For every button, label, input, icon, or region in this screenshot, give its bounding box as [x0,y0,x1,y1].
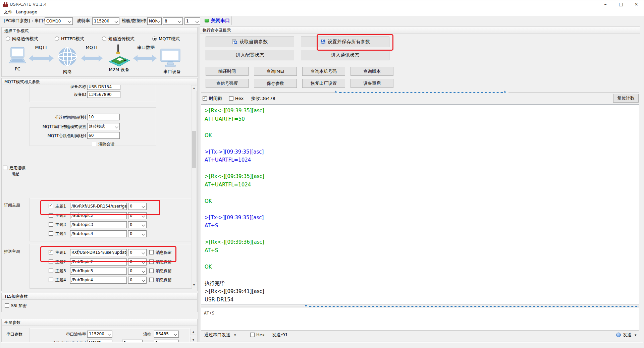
query-imei-button[interactable]: 查询IMEI [254,67,297,76]
sub-topic2-input[interactable]: /SubTopic2 [70,212,127,219]
tls-group: TLS加密参数 SSL加密 [1,293,198,312]
sub-topic2-checkbox[interactable] [49,213,53,218]
query-signal-button[interactable]: 查信号强度 [206,79,249,88]
timestamp-checkbox[interactable] [203,96,207,101]
pub-topic2-retain-checkbox[interactable] [149,259,154,264]
query-version-button[interactable]: 查询版本 [351,67,393,76]
pub-topic1-checkbox[interactable] [49,250,53,254]
workmode-title: 选择工作模式 [2,27,197,34]
send-input-area[interactable]: AT+S [201,308,639,331]
reconnect-input[interactable]: 10 [87,114,120,120]
menu-language[interactable]: Language [16,9,37,15]
heartbeat-input[interactable]: 60 [87,132,120,139]
scroll-up-icon[interactable]: ▲ [192,85,197,91]
baud-select[interactable]: 115200 [92,17,119,25]
pub-topic1-retain-label: 消息保留 [156,250,172,255]
device-id-input[interactable]: 134567890 [87,91,120,98]
collapse-down-icon[interactable]: ▼ [305,305,307,307]
send-button[interactable]: 发送 [623,332,632,338]
enter-comm-button[interactable]: 进入通讯状态 [301,50,389,60]
menu-file[interactable]: 文件 [4,9,12,15]
pub-topic2-input[interactable]: /PubTopic2 [70,258,127,266]
collapse-up-icon[interactable]: ▲ [504,90,506,93]
will-message-checkbox[interactable] [3,166,7,170]
log-line [205,123,639,131]
clean-session-checkbox[interactable] [92,142,96,146]
radio-httpd[interactable] [55,37,59,41]
tx-hex-checkbox[interactable] [250,333,255,337]
device-restart-button[interactable]: 设备重启 [351,79,393,88]
com-port-select[interactable]: COM10 [45,17,73,25]
close-serial-button[interactable]: 关闭串口 [211,18,230,23]
pub-topic3-checkbox[interactable] [49,269,53,273]
compile-time-button[interactable]: 编译时间 [206,67,249,76]
pub-topic1-retain-checkbox[interactable] [149,250,154,254]
enter-config-button[interactable]: 进入配置状态 [206,50,294,60]
sub-topic4-checkbox[interactable] [49,231,53,236]
sub-topic3-input[interactable]: /SubTopic3 [70,221,127,228]
save-icon [320,39,326,45]
close-button[interactable]: × [629,0,644,8]
splitter-handle[interactable] [339,92,503,93]
scroll-down-icon[interactable]: ▼ [192,282,197,288]
sub-topic1-checkbox[interactable] [49,204,53,208]
chevron-down-icon [142,223,145,227]
splitter-handle[interactable] [309,306,639,307]
maximize-button[interactable]: □ [613,0,629,8]
network-globe-icon [58,47,77,68]
dropdown-arrow-icon[interactable]: ▼ [234,334,236,337]
transport-mode-label: MQTT串口传输模式设置 [31,124,86,129]
send-via-serial-button[interactable]: 通过串口发送 [204,332,230,338]
sub-topic1-qos-select[interactable]: 0 [128,203,147,210]
get-params-button[interactable]: 获取当前参数 [206,37,294,47]
pub-topic3-qos-select[interactable]: 0 [128,268,147,275]
log-line: USR-DR154 [205,296,639,304]
mqtt-panel-scrollbar[interactable]: ▲ ▼ [191,85,197,288]
pub-topic2-checkbox[interactable] [49,259,53,264]
sub-topic1-input[interactable]: /IKvRXf/USR-DR154/user/get [70,203,127,210]
pub-topic4-qos-select[interactable]: 0 [128,277,147,284]
sub-topic2-qos-select[interactable]: 0 [128,212,147,219]
sub-topic2-label: 主题2 [55,213,66,218]
save-params-button[interactable]: 保存参数 [254,79,297,88]
flow-control-select[interactable]: RS485 [154,331,179,338]
link-label-serial-data: 串口数据 [132,45,159,50]
radio-mqtt[interactable] [152,37,157,41]
minimize-button[interactable]: – [598,0,613,8]
device-id-label: 设备ID [34,92,86,97]
query-phone-number-button[interactable]: 查询本机号码 [302,67,345,76]
uart-baud-select[interactable]: 115200 [87,331,112,338]
databits-select[interactable]: 8 [163,17,183,25]
parity-select[interactable]: NONE [147,17,162,25]
scrollbar-thumb[interactable] [192,131,196,168]
radio-sms-transparent[interactable] [102,37,106,41]
tx-count: 发送:91 [272,332,288,338]
pub-topic1-input[interactable]: RXf/USR-DR154/user/update [70,249,127,256]
pub-topic4-checkbox[interactable] [49,278,53,282]
sub-topic3-qos-select[interactable]: 0 [128,221,147,228]
log-view[interactable]: >[Rx<-][09:39:35][asc] AT+UARTFT=50 OK >… [201,104,639,304]
radio-net-transparent[interactable] [6,37,10,41]
factory-reset-button[interactable]: 恢复出厂设置 [302,79,345,88]
dropdown-arrow-icon[interactable]: ▼ [635,334,636,337]
scroll-up-icon[interactable]: ▲ [191,329,196,335]
scroll-down-icon[interactable]: ▼ [191,337,196,342]
pub-topic3-retain-checkbox[interactable] [149,269,154,273]
stopbits-select[interactable]: 1 [184,17,200,25]
reset-count-button[interactable]: 复位计数 [613,94,639,103]
ssl-checkbox[interactable] [5,303,9,308]
set-save-params-button[interactable]: 设置并保存所有参数 [301,37,389,47]
sub-topic4-input[interactable]: /SubTopic4 [70,230,127,237]
pub-topic4-retain-checkbox[interactable] [149,278,154,282]
pub-topic2-qos-select[interactable]: 0 [128,258,147,266]
pub-topic1-qos-select[interactable]: 0 [128,249,147,256]
transport-mode-select[interactable]: 透传模式 [87,123,120,130]
pub-topic4-label: 主题4 [55,277,66,283]
sub-topic4-qos-select[interactable]: 0 [128,230,147,237]
collapse-up-icon[interactable]: ▲ [335,90,337,93]
pub-topic3-input[interactable]: /PubTopic3 [70,268,127,275]
rx-hex-checkbox[interactable] [229,96,233,101]
chevron-down-icon [115,125,118,128]
sub-topic3-checkbox[interactable] [49,222,53,227]
pub-topic4-input[interactable]: /PubTopic4 [70,277,127,284]
